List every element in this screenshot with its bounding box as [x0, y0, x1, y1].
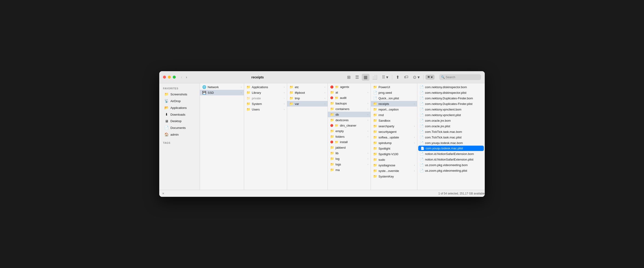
file-item-jabberd[interactable]: 📁 jabberd — [328, 145, 370, 150]
file-item-quick-ion-plist[interactable]: 📄 Quick...ion.plist — [371, 95, 417, 101]
view-list-button[interactable]: ☰ — [354, 74, 361, 81]
file-label-dextcores: dextcores — [336, 118, 348, 122]
file-item-notion-bom[interactable]: 📄 notion.id.NotionSafariExtension.bom — [417, 151, 485, 157]
file-item-diskinspector-bom[interactable]: 📄 com.nektony.diskinspector.bom — [417, 84, 485, 90]
file-item-folders[interactable]: 📁 folders › — [328, 134, 370, 139]
sidebar-item-downloads[interactable]: ⬇ Downloads — [161, 111, 198, 118]
file-label-lib: lib — [336, 151, 338, 155]
file-item-oracle-jre-bom[interactable]: 📄 com.oracle.jre.bom — [417, 118, 485, 123]
file-item-duplicates-finder-bom[interactable]: 📄 com.nektony.Duplicates-Finder.bom — [417, 95, 485, 101]
file-item-systemkey[interactable]: 📁 SystemKey — [371, 174, 417, 179]
file-item-logs[interactable]: 📁 logs › — [328, 161, 370, 167]
file-label-securityagent: securityagent — [378, 130, 396, 134]
file-item-spotlight-v100[interactable]: 📁 Spotlight-V100 — [371, 151, 417, 157]
search-input[interactable] — [439, 74, 481, 80]
maximize-button[interactable] — [173, 76, 176, 79]
file-item-var[interactable]: 📁 var › — [287, 101, 328, 107]
tag-button[interactable]: 🏷 — [402, 74, 410, 81]
file-item-diskinspector-plist[interactable]: 📄 com.nektony.diskinspector.plist — [417, 90, 485, 95]
softwa-folder-icon: 📁 — [373, 135, 377, 139]
view-columns-button[interactable]: ▦ — [362, 74, 370, 81]
file-item-securityagent[interactable]: 📁 securityagent — [371, 129, 417, 134]
file-item-zoom-bom[interactable]: 📄 us.zoom.pkg.videomeeting.bom — [417, 162, 485, 168]
file-item-tmp[interactable]: 📁 tmp › — [287, 95, 328, 101]
file-item-receipts[interactable]: 📁 receipts › — [371, 101, 417, 107]
file-item-ticktick-bom[interactable]: 📄 com.TickTick.task.mac.bom — [417, 129, 485, 134]
file-item-install[interactable]: 🔴 📁 install — [328, 139, 370, 145]
file-item-searchparty[interactable]: 📁 searchparty › — [371, 123, 417, 129]
share-button[interactable]: ⬆ — [394, 74, 401, 81]
file-item-agentx[interactable]: 🔴 📁 agentx — [328, 84, 370, 90]
sidebar-item-admin[interactable]: 🏠 admin — [161, 131, 198, 138]
file-item-users[interactable]: 📁 Users › — [244, 107, 287, 112]
file-item-syste-override[interactable]: 📁 syste...override › — [371, 168, 417, 174]
sidebar-item-desktop[interactable]: 🖥 Desktop — [161, 118, 198, 124]
file-item-spindump[interactable]: 📁 spindump › — [371, 140, 417, 146]
sidebar-item-applications[interactable]: 📂 Applications — [161, 104, 198, 111]
file-item-prng-seed[interactable]: 📄 prng.seed — [371, 90, 417, 95]
toolbar-icons: ⊞ ☰ ▦ ⬜ ⠿ ▾ ⬆ 🏷 ⊙ ▾ — [345, 74, 434, 81]
file-item-zoom-plist[interactable]: 📄 us.zoom.pkg.videomeeting.plist — [417, 168, 485, 173]
file-item-private[interactable]: 📁 private › — [244, 95, 287, 101]
file-item-system[interactable]: 📁 System › — [244, 101, 287, 107]
file-item-ma[interactable]: 📁 ma — [328, 167, 370, 173]
file-item-db[interactable]: 📁 db › — [328, 112, 370, 117]
file-item-dirs-cleaner[interactable]: 🔴 📁 dirs_cleaner — [328, 123, 370, 128]
minimize-button[interactable] — [168, 76, 171, 79]
file-label-etc: etc — [295, 85, 299, 89]
file-item-backups[interactable]: 📁 backups › — [328, 101, 370, 106]
sidebar-item-documents[interactable]: 📄 Documents — [161, 124, 198, 131]
file-item-containers[interactable]: 📁 containers › — [328, 106, 370, 112]
file-item-vpnclient-bom[interactable]: 📄 com.nektony.vpnclient.bom — [417, 107, 485, 112]
file-label-empty: empty — [336, 129, 344, 133]
action-button[interactable]: ⊙ ▾ — [411, 74, 422, 81]
file-item-powerui[interactable]: 📁 PowerUI — [371, 84, 417, 90]
file-item-etc[interactable]: 📁 etc › — [287, 84, 328, 90]
file-item-audit[interactable]: 🔴 📁 audit — [328, 95, 370, 101]
file-item-at[interactable]: 📁 at › — [328, 90, 370, 95]
file-item-dextcores[interactable]: 📁 dextcores › — [328, 117, 370, 123]
eye-button[interactable]: 👁 ▾ — [426, 75, 434, 80]
file-item-softwa-update[interactable]: 📁 softwa...update › — [371, 134, 417, 140]
file-item-youqu-plist[interactable]: 📄 com.youqu.todesk.mac.plist — [418, 146, 484, 151]
chevron-ssd: › — [241, 91, 242, 94]
file-item-ssd[interactable]: 💾 SSD › — [200, 90, 244, 95]
file-item-vpnclient-plist[interactable]: 📄 com.nektony.vpnclient.plist — [417, 112, 485, 118]
file-item-ticktick-plist[interactable]: 📄 com.TickTick.task.mac.plist — [417, 134, 485, 140]
file-item-youqu-bom[interactable]: 📄 com.youqu.todesk.mac.bom — [417, 140, 485, 146]
file-item-report-ception[interactable]: 📁 report...ception — [371, 107, 417, 112]
file-item-sandbox[interactable]: 📁 Sandbox — [371, 118, 417, 123]
file-item-rmd[interactable]: 📁 rmd — [371, 112, 417, 118]
file-item-tftpboot[interactable]: 📁 tftpboot › — [287, 90, 328, 95]
file-item-notion-plist[interactable]: 📄 notion.id.NotionSafariExtension.plist — [417, 157, 485, 162]
columns-container: 🌐 Network › 💾 SSD › 📁 Applications › — [200, 83, 485, 190]
ticktick-plist-icon: 📄 — [420, 135, 424, 139]
sidebar-item-screenshots[interactable]: 📁 Screenshots — [161, 91, 198, 98]
chevron-syste: › — [414, 170, 415, 172]
file-item-duplicates-finder-plist[interactable]: 📄 com.nektony.Duplicates-Finder.plist — [417, 101, 485, 107]
file-item-oracle-jre-plist[interactable]: 📄 com.oracle.jre.plist — [417, 123, 485, 129]
file-label-youqu-plist: com.youqu.todesk.mac.plist — [426, 147, 463, 150]
file-item-applications2[interactable]: 📁 Applications › — [244, 84, 287, 90]
sidebar-item-airdrop[interactable]: 📡 AirDrop — [161, 98, 198, 104]
file-item-sysdiagnose[interactable]: 📁 sysdiagnose › — [371, 162, 417, 168]
screenshots-icon: 📁 — [164, 92, 168, 96]
close-button[interactable] — [163, 76, 166, 79]
view-grid-button[interactable]: ⊞ — [345, 74, 352, 81]
view-more-button[interactable]: ⠿ ▾ — [380, 74, 390, 81]
eye-icon: 👁 — [427, 75, 430, 79]
file-item-sudo[interactable]: 📁 sudo — [371, 157, 417, 162]
file-item-library[interactable]: 📁 Library › — [244, 90, 287, 95]
file-item-spotlight[interactable]: 📁 Spotlight — [371, 146, 417, 151]
db-folder-icon: 📁 — [330, 113, 334, 116]
file-item-empty[interactable]: 📁 empty › — [328, 128, 370, 134]
file-label-prng-seed: prng.seed — [378, 91, 392, 94]
statusbar-close-icon[interactable]: ✕ — [162, 192, 164, 195]
file-item-network[interactable]: 🌐 Network › — [200, 84, 244, 90]
file-item-lib[interactable]: 📁 lib › — [328, 150, 370, 156]
view-gallery-button[interactable]: ⬜ — [370, 74, 379, 81]
file-label-softwa-update: softwa...update — [378, 136, 399, 139]
back-button[interactable]: ‹ — [180, 75, 184, 80]
file-item-log[interactable]: 📁 log › — [328, 156, 370, 161]
forward-button[interactable]: › — [184, 75, 188, 80]
